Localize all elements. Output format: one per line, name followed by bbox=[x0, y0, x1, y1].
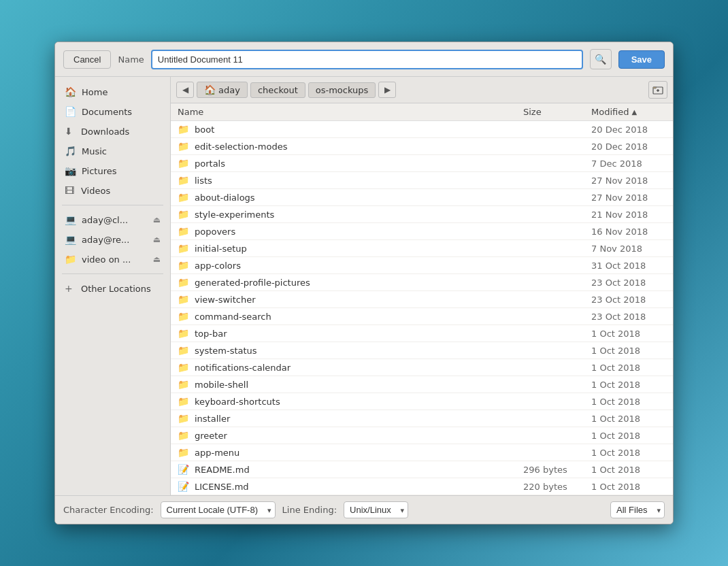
device-icon-3: 📁 bbox=[65, 254, 76, 265]
folder-icon: 📁 bbox=[178, 311, 189, 322]
table-row[interactable]: 📁 keyboard-shortcuts 1 Oct 2018 bbox=[171, 393, 673, 410]
table-row[interactable]: 📁 portals 7 Dec 2018 bbox=[171, 155, 673, 172]
file-name: README.md bbox=[195, 465, 250, 475]
sidebar-item-label: video on ... bbox=[82, 254, 131, 265]
cell-size bbox=[516, 393, 584, 410]
table-row[interactable]: 📁 view-switcher 23 Oct 2018 bbox=[171, 291, 673, 308]
sidebar-item-other-locations[interactable]: + Other Locations bbox=[55, 279, 170, 298]
cell-size bbox=[516, 308, 584, 325]
table-row[interactable]: 📁 notifications-calendar 1 Oct 2018 bbox=[171, 359, 673, 376]
cell-size bbox=[516, 172, 584, 189]
forward-button[interactable]: ▶ bbox=[378, 82, 396, 98]
cell-size bbox=[516, 206, 584, 223]
table-row[interactable]: 📁 installer 1 Oct 2018 bbox=[171, 410, 673, 427]
filename-input[interactable] bbox=[151, 50, 583, 69]
table-row[interactable]: 📁 app-menu 1 Oct 2018 bbox=[171, 444, 673, 461]
line-ending-select[interactable]: Unix/Linux bbox=[344, 501, 408, 518]
sort-arrow-icon: ▲ bbox=[631, 108, 637, 116]
folder-icon: 📁 bbox=[178, 158, 189, 169]
other-locations-icon: + bbox=[65, 283, 76, 294]
sidebar-item-label: Downloads bbox=[81, 127, 129, 137]
music-icon: 🎵 bbox=[65, 146, 76, 156]
cell-modified: 16 Nov 2018 bbox=[584, 223, 673, 240]
sidebar-item-downloads[interactable]: ⬇ Downloads bbox=[55, 122, 170, 141]
file-name: style-experiments bbox=[195, 210, 274, 220]
cancel-button[interactable]: Cancel bbox=[63, 50, 111, 69]
folder-icon: 📁 bbox=[178, 328, 189, 339]
column-header-name[interactable]: Name bbox=[171, 103, 516, 121]
sidebar: 🏠 Home 📄 Documents ⬇ Downloads 🎵 Music 📷… bbox=[55, 77, 171, 495]
cell-modified: 1 Oct 2018 bbox=[584, 444, 673, 461]
eject-button-2[interactable]: ⏏ bbox=[153, 235, 161, 244]
cell-size bbox=[516, 138, 584, 155]
table-row[interactable]: 📁 boot 20 Dec 2018 bbox=[171, 121, 673, 138]
table-row[interactable]: 📁 popovers 16 Nov 2018 bbox=[171, 223, 673, 240]
table-row[interactable]: 📁 command-search 23 Oct 2018 bbox=[171, 308, 673, 325]
table-row[interactable]: 📁 mobile-shell 1 Oct 2018 bbox=[171, 376, 673, 393]
table-row[interactable]: 📁 top-bar 1 Oct 2018 bbox=[171, 325, 673, 342]
file-type-select[interactable]: All Files bbox=[610, 501, 665, 518]
table-row[interactable]: 📝 README.md 296 bytes 1 Oct 2018 bbox=[171, 461, 673, 478]
sidebar-item-aday-re[interactable]: 💻 aday@re... ⏏ bbox=[55, 230, 170, 249]
table-row[interactable]: 📁 app-colors 31 Oct 2018 bbox=[171, 257, 673, 274]
back-button[interactable]: ◀ bbox=[176, 82, 194, 98]
file-name: command-search bbox=[195, 312, 271, 322]
file-name: about-dialogs bbox=[195, 193, 255, 203]
cell-name: 📁 initial-setup bbox=[171, 240, 516, 257]
cell-name: 📁 notifications-calendar bbox=[171, 359, 516, 376]
sidebar-item-home[interactable]: 🏠 Home bbox=[55, 82, 170, 101]
folder-icon: 📁 bbox=[178, 175, 189, 186]
home-icon: 🏠 bbox=[65, 86, 76, 97]
char-encoding-label: Character Encoding: bbox=[63, 505, 154, 515]
cell-name: 📁 generated-profile-pictures bbox=[171, 274, 516, 291]
file-list: Name Size Modified ▲ bbox=[171, 103, 673, 495]
new-folder-button[interactable] bbox=[648, 81, 667, 99]
table-row[interactable]: 📁 system-status 1 Oct 2018 bbox=[171, 342, 673, 359]
cell-size: 220 bytes bbox=[516, 478, 584, 495]
cell-size bbox=[516, 342, 584, 359]
folder-icon: 📁 bbox=[178, 124, 189, 135]
table-row[interactable]: 📁 greeter 1 Oct 2018 bbox=[171, 427, 673, 444]
sidebar-item-aday-cl[interactable]: 💻 aday@cl... ⏏ bbox=[55, 210, 170, 229]
table-row[interactable]: 📁 lists 27 Nov 2018 bbox=[171, 172, 673, 189]
table-row[interactable]: 📁 style-experiments 21 Nov 2018 bbox=[171, 206, 673, 223]
save-button[interactable]: Save bbox=[618, 50, 665, 69]
sidebar-item-label: Other Locations bbox=[81, 284, 151, 294]
folder-icon: 📁 bbox=[178, 396, 189, 407]
table-row[interactable]: 📁 about-dialogs 27 Nov 2018 bbox=[171, 189, 673, 206]
sidebar-item-documents[interactable]: 📄 Documents bbox=[55, 102, 170, 121]
cell-modified: 21 Nov 2018 bbox=[584, 206, 673, 223]
breadcrumb-home[interactable]: 🏠 aday bbox=[197, 82, 248, 98]
column-header-modified[interactable]: Modified ▲ bbox=[584, 103, 673, 121]
eject-button-3[interactable]: ⏏ bbox=[153, 254, 161, 264]
file-name: portals bbox=[195, 159, 225, 169]
breadcrumb-checkout-label: checkout bbox=[258, 85, 298, 95]
table-row[interactable]: 📁 initial-setup 7 Nov 2018 bbox=[171, 240, 673, 257]
table-row[interactable]: 📝 LICENSE.md 220 bytes 1 Oct 2018 bbox=[171, 478, 673, 495]
sidebar-item-pictures[interactable]: 📷 Pictures bbox=[55, 161, 170, 180]
cell-name: 📁 top-bar bbox=[171, 325, 516, 342]
cell-modified: 31 Oct 2018 bbox=[584, 257, 673, 274]
search-button[interactable]: 🔍 bbox=[590, 49, 612, 69]
sidebar-item-label: Documents bbox=[82, 107, 132, 117]
char-encoding-select[interactable]: Current Locale (UTF-8) bbox=[161, 501, 276, 518]
breadcrumb-os-mockups[interactable]: os-mockups bbox=[308, 82, 376, 98]
file-name: mobile-shell bbox=[195, 380, 248, 390]
folder-icon: 📁 bbox=[178, 362, 189, 373]
cell-size bbox=[516, 121, 584, 138]
sidebar-item-label: Pictures bbox=[82, 166, 116, 176]
table-row[interactable]: 📁 edit-selection-modes 20 Dec 2018 bbox=[171, 138, 673, 155]
table-row[interactable]: 📁 generated-profile-pictures 23 Oct 2018 bbox=[171, 274, 673, 291]
sidebar-item-label: aday@re... bbox=[82, 235, 129, 245]
sidebar-item-music[interactable]: 🎵 Music bbox=[55, 142, 170, 161]
cell-modified: 20 Dec 2018 bbox=[584, 138, 673, 155]
sidebar-item-video-on[interactable]: 📁 video on ... ⏏ bbox=[55, 250, 170, 269]
device-icon-2: 💻 bbox=[65, 234, 76, 245]
cell-size bbox=[516, 427, 584, 444]
line-ending-label: Line Ending: bbox=[282, 505, 337, 515]
breadcrumb-checkout[interactable]: checkout bbox=[250, 82, 305, 98]
column-header-size[interactable]: Size bbox=[516, 103, 584, 121]
cell-name: 📁 portals bbox=[171, 155, 516, 172]
sidebar-item-videos[interactable]: 🎞 Videos bbox=[55, 181, 170, 200]
eject-button-1[interactable]: ⏏ bbox=[153, 215, 161, 224]
